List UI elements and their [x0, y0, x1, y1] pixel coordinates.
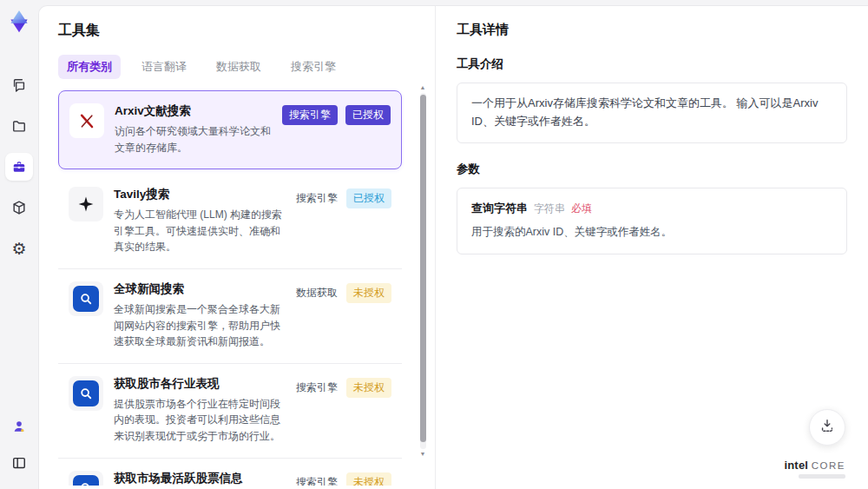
scroll-up-icon[interactable]: ▲ [420, 84, 426, 91]
category-badge: 搜索引擎 [295, 188, 339, 208]
tool-badges: 数据获取未授权 [295, 281, 391, 303]
download-button[interactable] [809, 409, 845, 446]
tool-badges: 搜索引擎已授权 [295, 187, 391, 208]
core-wordmark: CORE [812, 460, 845, 471]
tool-card[interactable]: 获取市场最活跃股票信息提供当天交易量最高的股票列表。投资者可以利用这些信息来识别… [58, 459, 402, 486]
app-window: ⚙ 工具集 所有类别语言翻译数据获取搜索引 [0, 0, 868, 489]
tool-list: Arxiv文献搜索访问各个研究领域大量科学论文和文章的存储库。搜索引擎已授权Ta… [58, 90, 418, 486]
tool-description: 全球新闻搜索是一个聚合全球各大新闻网站内容的搜索引擎，帮助用户快速获取全球最新资… [114, 301, 285, 350]
scrollbar[interactable]: ▲ ▼ [418, 84, 427, 458]
tool-card[interactable]: Tavily搜索专为人工智能代理 (LLM) 构建的搜索引擎工具。可快速提供实时… [58, 175, 402, 269]
tool-description: 访问各个研究领域大量科学论文和文章的存储库。 [115, 123, 272, 155]
tool-name: 获取股市各行业表现 [114, 376, 285, 392]
cube-icon[interactable] [5, 194, 33, 221]
scrollbar-thumb[interactable] [420, 95, 426, 442]
chat-icon[interactable] [5, 71, 33, 99]
intel-wordmark: intel [784, 459, 808, 472]
auth-status-badge: 已授权 [346, 188, 391, 208]
intro-heading: 工具介绍 [457, 56, 847, 72]
auth-status-badge: 未授权 [346, 472, 391, 486]
stock-search-icon [69, 376, 103, 411]
tavily-icon [69, 187, 103, 221]
category-badge: 搜索引擎 [295, 472, 339, 486]
tool-card[interactable]: 获取股市各行业表现提供股票市场各个行业在特定时间段内的表现。投资者可以利用这些信… [58, 364, 402, 459]
folder-icon[interactable] [5, 112, 33, 140]
details-title: 工具详情 [457, 22, 847, 38]
news-search-icon [69, 281, 103, 316]
tab-category[interactable]: 语言翻译 [133, 55, 195, 79]
intel-logo-bar [799, 474, 845, 479]
tab-category[interactable]: 所有类别 [58, 55, 121, 79]
params-heading: 参数 [457, 162, 847, 177]
icon-rail: ⚙ [0, 0, 38, 489]
param-type: 字符串 [534, 202, 565, 216]
scroll-down-icon[interactable]: ▼ [420, 451, 426, 458]
settings-gear-icon[interactable]: ⚙ [5, 235, 33, 262]
tool-badges: 搜索引擎未授权 [295, 471, 391, 486]
intro-text: 一个用于从Arxiv存储库搜索科学论文和文章的工具。 输入可以是Arxiv ID… [457, 83, 847, 143]
tool-badges: 搜索引擎未授权 [295, 376, 391, 398]
stock-search-icon [69, 471, 103, 486]
category-badge: 搜索引擎 [295, 378, 339, 398]
tool-name: 全球新闻搜索 [114, 281, 285, 297]
tool-details-panel: 工具详情 工具介绍 一个用于从Arxiv存储库搜索科学论文和文章的工具。 输入可… [435, 6, 868, 489]
auth-status-badge: 已授权 [345, 105, 391, 125]
user-avatar-icon[interactable] [5, 413, 33, 440]
tool-card[interactable]: 全球新闻搜索全球新闻搜索是一个聚合全球各大新闻网站内容的搜索引擎，帮助用户快速获… [58, 269, 402, 364]
auth-status-badge: 未授权 [346, 378, 391, 398]
parameter-card: 查询字符串 字符串 必填 用于搜索的Arxiv ID、关键字或作者姓名。 [457, 188, 847, 255]
tool-description: 提供股票市场各个行业在特定时间段内的表现。投资者可以利用这些信息来识别表现优于或… [114, 396, 285, 445]
auth-status-badge: 未授权 [346, 283, 391, 303]
tool-card[interactable]: Arxiv文献搜索访问各个研究领域大量科学论文和文章的存储库。搜索引擎已授权 [58, 90, 402, 169]
param-required-badge: 必填 [571, 202, 592, 216]
tool-badges: 搜索引擎已授权 [282, 103, 391, 125]
download-icon [819, 417, 836, 438]
category-badge: 搜索引擎 [282, 105, 338, 125]
tool-name: Arxiv文献搜索 [115, 103, 272, 119]
param-name: 查询字符串 [471, 201, 528, 216]
toolbox-icon[interactable] [5, 153, 33, 181]
arxiv-icon [69, 103, 104, 138]
category-tabs: 所有类别语言翻译数据获取搜索引擎 [58, 55, 418, 79]
tools-panel: 工具集 所有类别语言翻译数据获取搜索引擎 Arxiv文献搜索访问各个研究领域大量… [39, 6, 435, 489]
tab-category[interactable]: 数据获取 [207, 55, 270, 79]
tool-name: Tavily搜索 [114, 187, 285, 202]
tool-description: 专为人工智能代理 (LLM) 构建的搜索引擎工具。可快速提供实时、准确和真实的结… [114, 207, 285, 255]
tab-category[interactable]: 搜索引擎 [282, 55, 345, 79]
category-badge: 数据获取 [295, 283, 339, 303]
tool-name: 获取市场最活跃股票信息 [114, 471, 285, 486]
app-logo-icon[interactable] [7, 9, 31, 35]
panel-toggle-icon[interactable] [5, 449, 33, 477]
param-description: 用于搜索的Arxiv ID、关键字或作者姓名。 [471, 224, 832, 241]
content-area: 工具集 所有类别语言翻译数据获取搜索引擎 Arxiv文献搜索访问各个研究领域大量… [38, 5, 868, 489]
page-title: 工具集 [58, 22, 418, 40]
scrollbar-track[interactable] [420, 93, 426, 449]
intel-core-logo: intel CORE [784, 459, 845, 479]
